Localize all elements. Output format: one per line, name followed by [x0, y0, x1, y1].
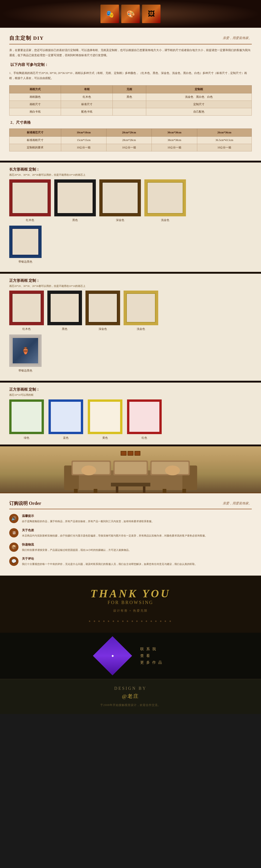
- sq-frames-row: 红木色 黑色 深金色 浅金色: [9, 290, 252, 331]
- table-cell: 画框尺寸: [9, 101, 61, 108]
- sq-frame-title: 正方形画框 定制：: [9, 278, 252, 283]
- svg-rect-12: [182, 489, 186, 493]
- frame-label-lightgold: 浅金色: [161, 218, 169, 222]
- color-frame-visual-green: [9, 399, 44, 434]
- rect-frame-title: 长方形画框 定制：: [9, 167, 252, 172]
- square-frame-section: 正方形画框 定制： 画芯20*20、30*30、26*36都可以用的，但是不能用…: [0, 274, 261, 381]
- color-frames-row: 绿色 蓝色 黄色 红色: [9, 399, 252, 440]
- order-text-1: 由于是陶瓷釉彩的作品，属于特殊品，所有产品请自验收，所有产品一般到到三天内发货，…: [22, 519, 154, 524]
- color-frame-label-green: 绿色: [24, 436, 29, 440]
- size-header: 30cm*30cm: [152, 129, 197, 136]
- color-frame-label-blue: 蓝色: [63, 436, 69, 440]
- size-cell: 15cm*15cm: [61, 136, 106, 144]
- wall-frame-2: [128, 451, 133, 456]
- brand-slogan-diy: 亲爱，用爱装饰家。: [223, 36, 252, 40]
- author-text: @老庄: [9, 693, 252, 700]
- mask-image-1: 🎭: [100, 5, 119, 23]
- order-item-2: 🖥 关于色差 本店商品均与实际新鲜实物拍摄，由于拍摄灯光与显示器色彩偏差，导致实…: [9, 528, 252, 538]
- order-item-1: 🔊 温馨提示 由于是陶瓷釉彩的作品，属于特殊品，所有产品请自验收，所有产品一般到…: [9, 514, 252, 524]
- frame-visual-silverborder: [9, 226, 41, 258]
- frame-label-red: 红木色: [26, 218, 34, 222]
- diy-title: 自主定制 DIY: [9, 35, 44, 41]
- order-heading-1: 温馨提示: [22, 514, 154, 518]
- svg-rect-7: [115, 462, 147, 474]
- rect-frames-row: 红木色 黑色 深金色 浅金色: [9, 179, 252, 222]
- contact-links: 联 系 我 查 看 更 多 作 品: [140, 647, 163, 665]
- wall-frame-3: [135, 451, 140, 456]
- table-header-4: 定制框: [146, 86, 252, 93]
- color-frame-yellow: 黄色: [88, 399, 122, 440]
- size-cell: 定制框的要求: [9, 144, 61, 151]
- sq-frame-visual-red: [9, 290, 44, 325]
- frame-visual-black: [54, 179, 96, 216]
- frame-inner-darkgold: [102, 182, 138, 214]
- size-cell: 38cm*38cm: [152, 136, 197, 144]
- order-icon-monitor: 🖥: [9, 528, 19, 537]
- contact-link-2[interactable]: 查 看: [140, 653, 163, 658]
- color-frame-visual-red: [127, 399, 162, 434]
- size-header: 26cm*36cm: [197, 129, 252, 136]
- wall-frames: [121, 451, 140, 456]
- frame-item-silverborder: 带银边黑色: [9, 226, 41, 264]
- customization-table: 画框方式 有框 无框 定制框 画框颜色 红木色 黑色 浅金色 黑白色 白色 画框…: [9, 85, 252, 116]
- thank-you-text: THANK YOU: [9, 587, 252, 600]
- size-cell: 10公分一箱: [152, 144, 197, 151]
- contact-link-1[interactable]: 联 系 我: [140, 647, 163, 652]
- size-cell: 10公分一箱: [197, 144, 252, 151]
- rect-frame-note: 画芯20*20、30*30、26*36都可以用的，但是不能用在10*10的画芯上: [9, 173, 252, 177]
- sq-frame-item-red: 红木色: [9, 290, 44, 331]
- order-content-2: 关于色差 本店商品均与实际新鲜实物拍摄，由于拍摄灯光与显示器色彩偏差，导致实物可…: [22, 528, 207, 538]
- table-cell: 红木色: [61, 93, 112, 101]
- thankyou-section: THANK YOU FOR BROWSING 设计有善 × 热爱无限 ◆ ◆ ◆…: [0, 576, 261, 633]
- contact-link-3[interactable]: 更 多 作 品: [140, 660, 163, 665]
- designby-section: DESIGN BY @老庄 于2008年开始接触视觉设计，欢迎合作交流。: [0, 679, 261, 714]
- size-heading: 2、尺寸表格: [9, 120, 252, 125]
- frame-inner-silverborder: [12, 228, 39, 255]
- table-cell: 自己配色: [146, 108, 252, 116]
- sq-frame-visual-black: [47, 290, 82, 325]
- order-content-3: 快递物流 我们特别要求谨慎安善，产品届运输过程坚固提固，现在24小时的拍摄确认，…: [22, 542, 131, 552]
- browsing-text: FOR BROWSING: [9, 600, 252, 605]
- hero-images: 🎭 🎨 🖼: [100, 5, 161, 23]
- small-frame-note: 画芯10*10可以用的框: [9, 393, 252, 397]
- frame-inner-red: [12, 182, 48, 214]
- size-header: 20cm*20cm: [106, 129, 152, 136]
- rect-frames-row-2: 带银边黑色: [9, 226, 252, 264]
- order-heading-3: 快递物流: [22, 542, 131, 547]
- table-header-3: 无框: [112, 86, 146, 93]
- section-divider-4: [0, 444, 261, 446]
- sq-frame-label-red: 红木色: [23, 327, 31, 331]
- color-frame-visual-blue: [48, 399, 83, 434]
- table-cell: 浅金色 黑白色 白色: [146, 93, 252, 101]
- frame-item-lightgold: 浅金色: [144, 179, 186, 222]
- dot-divider: ◆ ◆ ◆ ◆ ◆ ◆ ◆ ◆ ◆ ◆ ◆ ◆ ◆ ◆ ◆ ◆ ◆ ◆: [9, 620, 252, 622]
- design-by-label: DESIGN BY: [9, 686, 252, 691]
- small-frame-title: 正方形画框 定制：: [9, 387, 252, 392]
- order-icon-box: 📦: [9, 542, 19, 552]
- table-cell: [112, 108, 146, 116]
- order-heading-4: 关于评论: [22, 557, 197, 561]
- svg-point-13: [81, 466, 96, 475]
- table-cell: 定制尺寸: [146, 101, 252, 108]
- svg-rect-10: [94, 489, 97, 493]
- diy-header: 自主定制 DIY 亲爱，用爱装饰家。: [9, 32, 252, 44]
- section-divider-3: [0, 381, 261, 382]
- order-item-4: 💬 关于评论 我们十分重视您的每一个中肯的评价，无论是什么问题，请及时联系我们的…: [9, 557, 252, 566]
- table-cell: 标准尺寸: [61, 101, 112, 108]
- order-heading-2: 关于色差: [22, 528, 207, 532]
- sq-frame-item-lightgold: 浅金色: [124, 290, 158, 331]
- color-frame-red: 红色: [127, 399, 162, 440]
- order-content-1: 温馨提示 由于是陶瓷釉彩的作品，属于特殊品，所有产品请自验收，所有产品一般到到三…: [22, 514, 154, 524]
- order-section: 订购说明 Order 亲爱，用爱装饰家。 🔊 温馨提示 由于是陶瓷釉彩的作品，属…: [0, 493, 261, 576]
- mask-image-3: 🖼: [142, 5, 161, 23]
- diy-section: 自主定制 DIY 亲爱，用爱装饰家。 亲，在要要这店家，您还可以根据自己的喜好流…: [0, 28, 261, 161]
- content-desc: 1、手绘陶瓷画的画芯尺寸20*20, 30*30, 26*36/10*10，画框…: [9, 71, 252, 81]
- sq-frames-row-2: 🏺 带银边黑色: [9, 335, 252, 373]
- frame-item-black: 黑色: [54, 179, 96, 222]
- contact-section: ◆ 联 系 我 查 看 更 多 作 品: [0, 633, 261, 679]
- mask-image-2: 🎨: [121, 5, 140, 23]
- size-header: 10cm*10cm: [61, 129, 106, 136]
- size-header: 标准画芯尺寸: [9, 129, 61, 136]
- size-cell: 标准画框尺寸: [9, 136, 61, 144]
- sq-frame-label-lightgold: 浅金色: [137, 327, 145, 331]
